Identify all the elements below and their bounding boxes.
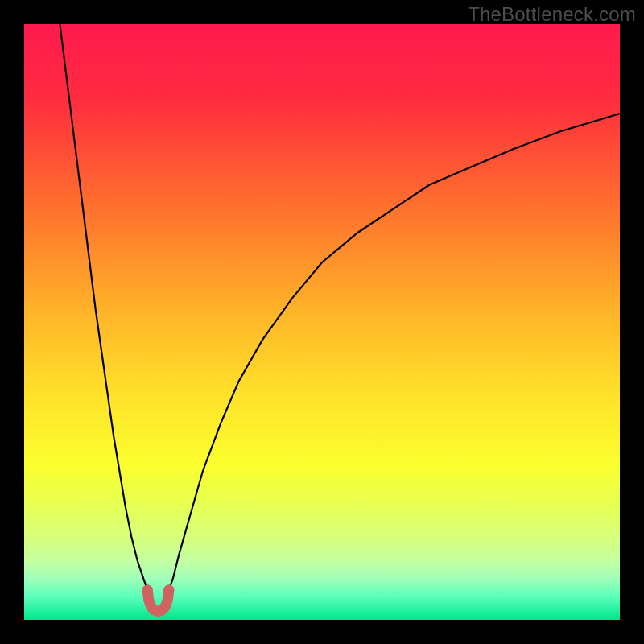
chart-svg: [24, 24, 620, 620]
chart-frame: TheBottleneck.com: [0, 0, 644, 644]
endpoint-dot-0: [142, 585, 153, 596]
gradient-background: [24, 24, 620, 620]
watermark-text: TheBottleneck.com: [468, 3, 636, 26]
endpoint-dot-1: [163, 585, 174, 596]
plot-area: [24, 24, 620, 620]
